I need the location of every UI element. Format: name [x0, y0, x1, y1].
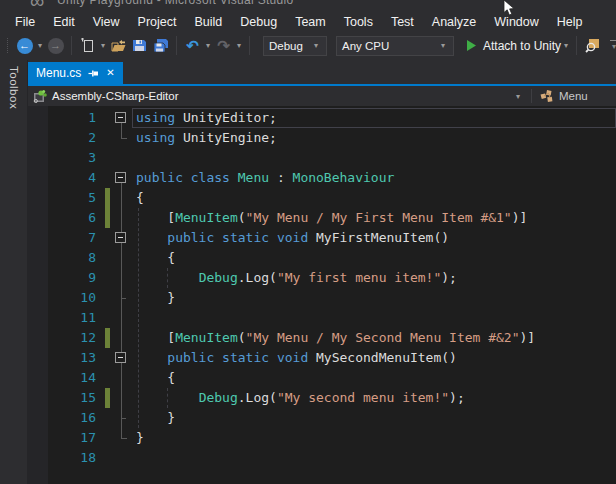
line-number[interactable]: 9: [28, 268, 104, 288]
menu-item-build[interactable]: Build: [185, 13, 231, 31]
menu-item-tools[interactable]: Tools: [335, 13, 382, 31]
code-line-9[interactable]: 9 Debug.Log("My first menu item!");: [28, 268, 616, 288]
fold-margin[interactable]: [112, 108, 132, 128]
code-text[interactable]: using UnityEngine;: [132, 128, 616, 148]
code-text[interactable]: public class Menu : MonoBehaviour: [132, 168, 616, 188]
close-icon[interactable]: ✕: [106, 68, 114, 78]
toolbar-grip-handle[interactable]: [7, 38, 8, 53]
new-file-dropdown[interactable]: ▾: [98, 41, 108, 50]
menu-item-help[interactable]: Help: [548, 13, 592, 31]
code-text[interactable]: [132, 308, 616, 328]
line-number[interactable]: 12: [28, 328, 104, 348]
line-number[interactable]: 5: [28, 188, 104, 208]
menu-item-edit[interactable]: Edit: [44, 13, 84, 31]
navigate-back-dropdown[interactable]: ▾: [35, 41, 45, 50]
code-text[interactable]: public static void MySecondMenuItem(): [132, 348, 616, 368]
pin-icon[interactable]: [88, 68, 99, 79]
code-text[interactable]: }: [132, 428, 616, 448]
code-line-18[interactable]: 18: [28, 448, 616, 468]
open-file-button[interactable]: [108, 35, 129, 57]
code-text[interactable]: {: [132, 248, 616, 268]
code-line-14[interactable]: 14 {: [28, 368, 616, 388]
fold-collapse-icon[interactable]: [115, 352, 126, 363]
find-in-files-button[interactable]: [582, 35, 603, 57]
line-number[interactable]: 8: [28, 248, 104, 268]
toolbox-tab[interactable]: Toolbox: [8, 66, 20, 109]
redo-dropdown[interactable]: ▾: [234, 41, 244, 50]
menu-item-analyze[interactable]: Analyze: [423, 13, 485, 31]
code-editor[interactable]: 1using UnityEditor;2using UnityEngine;34…: [28, 106, 616, 484]
line-number[interactable]: 18: [28, 448, 104, 468]
toolbar-overflow-button[interactable]: ▾: [607, 40, 616, 51]
new-file-button[interactable]: [77, 35, 98, 57]
fold-collapse-icon[interactable]: [115, 172, 126, 183]
menu-item-debug[interactable]: Debug: [231, 13, 286, 31]
line-number[interactable]: 2: [28, 128, 104, 148]
code-text[interactable]: Debug.Log("My first menu item!");: [132, 268, 616, 288]
code-line-16[interactable]: 16 }: [28, 408, 616, 428]
code-text[interactable]: Debug.Log("My second menu item!");: [132, 388, 616, 408]
code-text[interactable]: [132, 148, 616, 168]
code-line-7[interactable]: 7 public static void MyFirstMenuItem(): [28, 228, 616, 248]
project-dropdown[interactable]: Assembly-CSharp-Editor ▾: [28, 90, 531, 103]
menu-item-test[interactable]: Test: [382, 13, 423, 31]
line-number[interactable]: 14: [28, 368, 104, 388]
code-text[interactable]: [132, 448, 616, 468]
line-number[interactable]: 17: [28, 428, 104, 448]
fold-margin: [112, 428, 132, 448]
line-number[interactable]: 4: [28, 168, 104, 188]
code-line-2[interactable]: 2using UnityEngine;: [28, 128, 616, 148]
fold-margin[interactable]: [112, 348, 132, 368]
menu-item-team[interactable]: Team: [286, 13, 335, 31]
line-number[interactable]: 7: [28, 228, 104, 248]
code-line-6[interactable]: 6 [MenuItem("My Menu / My First Menu Ite…: [28, 208, 616, 228]
code-line-11[interactable]: 11: [28, 308, 616, 328]
code-text[interactable]: [MenuItem("My Menu / My Second Menu Item…: [132, 328, 616, 348]
save-all-button[interactable]: [150, 35, 171, 57]
code-line-4[interactable]: 4public class Menu : MonoBehaviour: [28, 168, 616, 188]
line-number[interactable]: 15: [28, 388, 104, 408]
line-number[interactable]: 13: [28, 348, 104, 368]
code-line-12[interactable]: 12 [MenuItem("My Menu / My Second Menu I…: [28, 328, 616, 348]
navigate-forward-button[interactable]: →: [45, 35, 66, 57]
solution-platform-dropdown[interactable]: Any CPU ▾: [336, 36, 454, 56]
code-text[interactable]: }: [132, 408, 616, 428]
redo-button[interactable]: ↷: [213, 35, 234, 57]
menu-item-project[interactable]: Project: [129, 13, 186, 31]
code-text[interactable]: }: [132, 288, 616, 308]
code-text[interactable]: using UnityEditor;: [132, 108, 616, 128]
code-text[interactable]: {: [132, 188, 616, 208]
code-line-3[interactable]: 3: [28, 148, 616, 168]
code-line-10[interactable]: 10 }: [28, 288, 616, 308]
line-number[interactable]: 6: [28, 208, 104, 228]
code-line-15[interactable]: 15 Debug.Log("My second menu item!");: [28, 388, 616, 408]
code-line-5[interactable]: 5{: [28, 188, 616, 208]
code-line-8[interactable]: 8 {: [28, 248, 616, 268]
undo-dropdown[interactable]: ▾: [203, 41, 213, 50]
save-button[interactable]: [129, 35, 150, 57]
line-number[interactable]: 10: [28, 288, 104, 308]
code-line-17[interactable]: 17}: [28, 428, 616, 448]
line-number[interactable]: 16: [28, 408, 104, 428]
code-line-1[interactable]: 1using UnityEditor;: [28, 108, 616, 128]
menu-item-view[interactable]: View: [84, 13, 129, 31]
navigate-back-button[interactable]: ←: [14, 35, 35, 57]
code-text[interactable]: [MenuItem("My Menu / My First Menu Item …: [132, 208, 616, 228]
undo-button[interactable]: ↶: [182, 35, 203, 57]
fold-collapse-icon[interactable]: [115, 232, 126, 243]
line-number[interactable]: 3: [28, 148, 104, 168]
line-number[interactable]: 11: [28, 308, 104, 328]
line-number[interactable]: 1: [28, 108, 104, 128]
tab-menu-cs[interactable]: Menu.cs ✕: [28, 62, 123, 84]
code-text[interactable]: {: [132, 368, 616, 388]
solution-configuration-dropdown[interactable]: Debug ▾: [263, 36, 327, 56]
type-dropdown[interactable]: Menu: [532, 90, 616, 103]
code-text[interactable]: public static void MyFirstMenuItem(): [132, 228, 616, 248]
attach-dropdown[interactable]: ▾: [561, 41, 571, 50]
menu-item-file[interactable]: File: [6, 13, 44, 31]
fold-margin[interactable]: [112, 228, 132, 248]
code-line-13[interactable]: 13 public static void MySecondMenuItem(): [28, 348, 616, 368]
fold-margin[interactable]: [112, 168, 132, 188]
attach-to-unity-button[interactable]: Attach to Unity: [466, 39, 561, 53]
fold-collapse-icon[interactable]: [115, 112, 126, 123]
